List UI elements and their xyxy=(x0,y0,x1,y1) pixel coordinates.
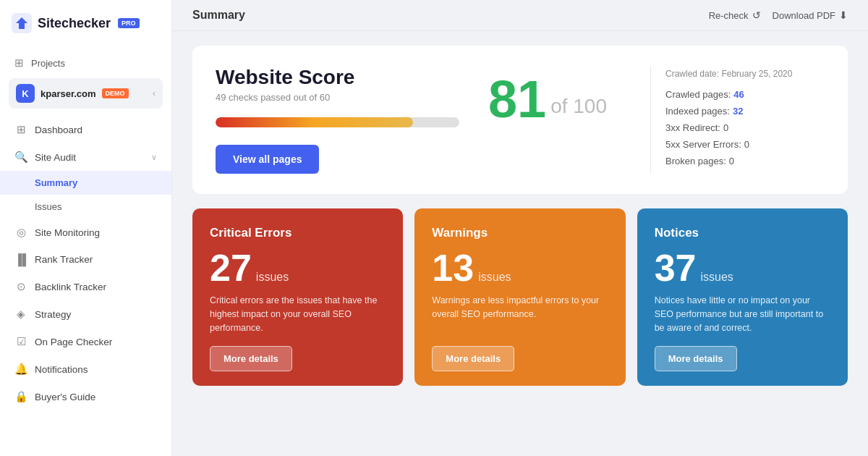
sidebar-item-strategy[interactable]: ◈ Strategy xyxy=(0,300,171,328)
guide-label: Buyer's Guide xyxy=(35,392,95,402)
download-label: Download PDF xyxy=(773,10,835,21)
page-title: Summary xyxy=(192,9,245,22)
dashboard-label: Dashboard xyxy=(35,124,82,135)
stat-redirect: 3xx Redirect: 0 xyxy=(665,122,825,133)
score-title: Website Score xyxy=(216,66,459,89)
demo-badge: DEMO xyxy=(102,88,129,98)
notices-count: 37 xyxy=(655,249,697,287)
score-stats: Crawled date: February 25, 2020 Crawled … xyxy=(665,66,825,172)
sidebar-item-on-page-checker[interactable]: ☑ On Page Checker xyxy=(0,328,171,355)
strategy-label: Strategy xyxy=(35,309,71,320)
pro-badge: PRO xyxy=(118,18,140,28)
sidebar-item-site-audit[interactable]: 🔍 Site Audit ∨ xyxy=(0,143,171,171)
crawled-date: Crawled date: February 25, 2020 xyxy=(665,69,825,79)
score-number-area: 81 of 100 xyxy=(459,66,636,132)
sidebar-item-backlink-tracker[interactable]: ⊙ Backlink Tracker xyxy=(0,273,171,300)
notices-card: Notices 37 issues Notices have little or… xyxy=(637,208,848,386)
notices-description: Notices have little or no impact on your… xyxy=(655,294,830,334)
critical-count-area: 27 issues xyxy=(210,249,386,287)
score-divider xyxy=(650,66,651,174)
backlink-label: Backlink Tracker xyxy=(35,282,106,292)
crawled-pages-value: 46 xyxy=(733,89,744,100)
notices-count-label: issues xyxy=(701,271,733,283)
critical-count-label: issues xyxy=(256,271,289,283)
stat-broken-pages: Broken pages: 0 xyxy=(665,156,825,166)
redirect-label: 3xx Redirect: xyxy=(665,122,720,133)
sidebar-subitem-summary[interactable]: Summary xyxy=(0,171,171,195)
score-left: Website Score 49 checks passed out of 60… xyxy=(216,66,459,174)
chevron-down-icon: ∨ xyxy=(151,153,157,162)
download-pdf-button[interactable]: Download PDF ⬇ xyxy=(773,9,848,21)
warnings-count: 13 xyxy=(432,249,474,287)
notices-count-area: 37 issues xyxy=(655,249,830,287)
site-audit-label: Site Audit xyxy=(35,152,76,163)
crawled-pages-label: Crawled pages: xyxy=(665,89,731,100)
recheck-button[interactable]: Re-check ↺ xyxy=(709,9,761,21)
recheck-label: Re-check xyxy=(709,10,749,21)
sidebar-subitem-issues[interactable]: Issues xyxy=(0,195,171,219)
sidebar: Sitechecker PRO ⊞ Projects K kparser.com… xyxy=(0,0,172,456)
score-value: 81 xyxy=(488,73,546,125)
critical-more-details-button[interactable]: More details xyxy=(210,346,292,371)
stat-indexed-pages: Indexed pages: 32 xyxy=(665,106,825,117)
crawled-date-value: February 25, 2020 xyxy=(721,69,792,79)
server-errors-value: 0 xyxy=(744,139,749,150)
warnings-description: Warnings are less impactful errors to yo… xyxy=(432,294,608,334)
warnings-more-details-button[interactable]: More details xyxy=(432,346,514,371)
sidebar-item-site-monitoring[interactable]: ◎ Site Monitoring xyxy=(0,219,171,246)
site-monitoring-icon: ◎ xyxy=(14,226,27,239)
summary-label: Summary xyxy=(35,177,77,188)
indexed-pages-value: 32 xyxy=(733,106,743,117)
warnings-title: Warnings xyxy=(432,226,608,240)
indexed-pages-label: Indexed pages: xyxy=(665,106,730,117)
projects-label: Projects xyxy=(31,58,65,69)
score-of-label: of 100 xyxy=(550,95,607,118)
sidebar-item-buyers-guide[interactable]: 🔒 Buyer's Guide xyxy=(0,383,171,410)
stat-crawled-pages: Crawled pages: 46 xyxy=(665,89,825,100)
sidebar-nav: ⊞ Projects K kparser.com DEMO ‹ ⊞ Dashbo… xyxy=(0,46,171,456)
chevron-left-icon: ‹ xyxy=(153,88,156,98)
warnings-count-label: issues xyxy=(478,271,511,283)
top-header: Summary Re-check ↺ Download PDF ⬇ xyxy=(172,0,868,31)
critical-errors-card: Critical Errors 27 issues Critical error… xyxy=(192,208,403,386)
logo-icon xyxy=(12,13,32,33)
dashboard-icon: ⊞ xyxy=(14,123,27,136)
backlink-icon: ⊙ xyxy=(14,280,27,293)
on-page-icon: ☑ xyxy=(14,335,27,348)
issues-label: Issues xyxy=(35,201,62,212)
sidebar-item-dashboard[interactable]: ⊞ Dashboard xyxy=(0,116,171,143)
critical-count: 27 xyxy=(210,249,252,287)
score-bar-fill xyxy=(216,117,413,127)
site-audit-icon: 🔍 xyxy=(14,151,27,164)
sidebar-item-rank-tracker[interactable]: ▐▌ Rank Tracker xyxy=(0,246,171,273)
warnings-count-area: 13 issues xyxy=(432,249,608,287)
notices-more-details-button[interactable]: More details xyxy=(655,346,737,371)
notices-title: Notices xyxy=(655,226,830,240)
stat-server-errors: 5xx Server Errors: 0 xyxy=(665,139,825,150)
score-card: Website Score 49 checks passed out of 60… xyxy=(192,46,848,194)
project-name: kparser.com xyxy=(41,88,96,99)
rank-tracker-label: Rank Tracker xyxy=(35,254,93,265)
project-initial: K xyxy=(16,84,35,103)
crawled-date-label: Crawled date: xyxy=(665,69,719,79)
download-icon: ⬇ xyxy=(839,9,848,21)
warnings-card: Warnings 13 issues Warnings are less imp… xyxy=(414,208,625,386)
score-bar xyxy=(216,117,459,127)
broken-pages-value: 0 xyxy=(729,156,734,166)
view-all-pages-button[interactable]: View all pages xyxy=(216,145,319,174)
issue-cards: Critical Errors 27 issues Critical error… xyxy=(192,208,848,386)
recheck-icon: ↺ xyxy=(752,9,761,21)
site-monitoring-label: Site Monitoring xyxy=(35,227,100,238)
on-page-label: On Page Checker xyxy=(35,337,112,347)
project-selector-left: K kparser.com DEMO xyxy=(16,84,129,103)
sidebar-item-projects[interactable]: ⊞ Projects xyxy=(0,49,171,74)
logo-area: Sitechecker PRO xyxy=(0,0,171,46)
score-subtitle: 49 checks passed out of 60 xyxy=(216,92,459,103)
broken-pages-label: Broken pages: xyxy=(665,156,726,166)
content-area: Website Score 49 checks passed out of 60… xyxy=(172,31,868,456)
redirect-value: 0 xyxy=(723,122,728,133)
sidebar-item-notifications[interactable]: 🔔 Notifications xyxy=(0,355,171,383)
critical-description: Critical errors are the issues that have… xyxy=(210,294,386,334)
project-selector[interactable]: K kparser.com DEMO ‹ xyxy=(9,78,163,109)
notifications-icon: 🔔 xyxy=(14,363,27,376)
